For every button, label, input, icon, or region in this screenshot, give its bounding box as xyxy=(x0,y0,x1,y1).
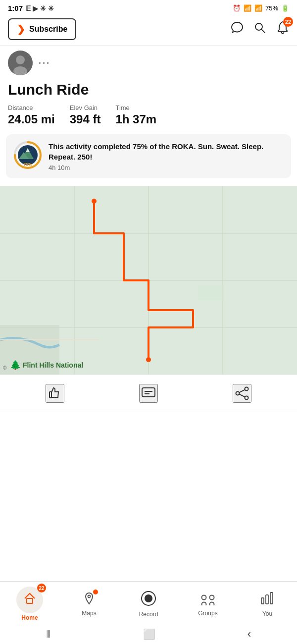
svg-text:75%: 75% xyxy=(23,162,32,167)
svg-point-29 xyxy=(236,392,240,395)
record-icon xyxy=(141,590,156,610)
user-avatar[interactable] xyxy=(8,51,33,75)
chat-icon[interactable] xyxy=(231,21,244,37)
stat-time: Time 1h 37m xyxy=(115,104,156,126)
battery-text: 75% xyxy=(265,4,278,12)
svg-rect-41 xyxy=(261,598,264,604)
svg-point-36 xyxy=(145,594,152,602)
svg-point-23 xyxy=(146,357,151,362)
svg-line-31 xyxy=(240,390,246,393)
challenge-title: This activity completed 75% of the ROKA.… xyxy=(49,141,283,162)
you-label: You xyxy=(262,610,272,617)
wifi-icon: 📶 xyxy=(244,4,251,12)
share-button[interactable] xyxy=(233,384,251,403)
elev-value: 394 ft xyxy=(70,112,101,126)
svg-rect-42 xyxy=(266,595,268,604)
maps-icon xyxy=(82,591,96,609)
svg-point-3 xyxy=(16,55,25,64)
time-label: Time xyxy=(115,104,156,111)
activity-title: Lunch Ride xyxy=(8,81,289,98)
svg-point-30 xyxy=(245,396,248,400)
user-avatar-row: • • • xyxy=(0,46,297,77)
svg-point-38 xyxy=(210,595,214,599)
system-nav: ⦀ ⬜ ‹ xyxy=(0,624,297,644)
map-copyright: © xyxy=(3,365,6,371)
action-bar xyxy=(0,375,297,412)
battery-icon: 🔋 xyxy=(281,4,289,12)
svg-point-28 xyxy=(245,387,248,391)
svg-rect-43 xyxy=(270,592,273,604)
stat-distance: Distance 24.05 mi xyxy=(8,104,55,126)
stats-row: Distance 24.05 mi Elev Gain 394 ft Time … xyxy=(0,104,297,134)
status-right: ⏰ 📶 📶 75% 🔋 xyxy=(233,4,289,12)
subscribe-button[interactable]: ❯ Subscribe xyxy=(8,18,76,40)
home-label: Home xyxy=(21,614,38,621)
notification-bell-icon[interactable]: 22 xyxy=(276,21,289,38)
challenge-info: This activity completed 75% of the ROKA.… xyxy=(49,141,283,171)
svg-line-32 xyxy=(240,394,246,397)
tab-bar: 22 Home Maps Record xyxy=(0,581,297,624)
tab-record[interactable]: Record xyxy=(129,590,168,618)
e-icon: 𝔼 xyxy=(26,4,31,12)
svg-rect-24 xyxy=(50,392,51,398)
elev-label: Elev Gain xyxy=(70,104,101,111)
svg-point-34 xyxy=(88,595,91,597)
strava-chevron-icon: ❯ xyxy=(17,23,25,35)
activity-title-section: Lunch Ride xyxy=(0,77,297,104)
thumbs-up-icon xyxy=(47,385,63,402)
svg-rect-25 xyxy=(142,388,155,397)
back-button[interactable]: ‹ xyxy=(248,628,251,641)
map-label: 🌲 Flint Hills National xyxy=(10,360,83,371)
asterisk-icon1: ✳ xyxy=(40,4,46,12)
tab-you[interactable]: You xyxy=(248,591,287,617)
svg-line-1 xyxy=(262,30,265,33)
tab-maps[interactable]: Maps xyxy=(69,591,109,617)
svg-point-40 xyxy=(210,602,214,605)
record-label: Record xyxy=(139,611,158,618)
youtube-icon: ▶ xyxy=(33,4,38,12)
like-button[interactable] xyxy=(46,384,64,403)
home-badge: 22 xyxy=(37,584,46,592)
groups-icon xyxy=(200,591,216,609)
challenge-time: 4h 10m xyxy=(49,164,283,171)
svg-point-37 xyxy=(202,595,206,599)
status-time: 1:07 𝔼 ▶ ✳ ✳ xyxy=(8,4,54,12)
svg-rect-20 xyxy=(198,285,223,300)
tab-groups[interactable]: Groups xyxy=(188,591,228,617)
challenge-card[interactable]: 75% This activity completed 75% of the R… xyxy=(6,134,291,178)
you-icon xyxy=(260,591,274,609)
header: ❯ Subscribe 22 xyxy=(0,14,297,46)
header-icons: 22 xyxy=(231,21,289,38)
asterisk-icon2: ✳ xyxy=(48,4,54,12)
stat-elevation: Elev Gain 394 ft xyxy=(70,104,101,126)
svg-point-39 xyxy=(202,602,206,605)
status-bar: 1:07 𝔼 ▶ ✳ ✳ ⏰ 📶 📶 75% 🔋 xyxy=(0,0,297,14)
notification-count: 22 xyxy=(283,17,293,27)
search-icon[interactable] xyxy=(253,21,266,37)
home-button[interactable]: ⬜ xyxy=(143,628,155,640)
share-icon xyxy=(234,385,250,402)
challenge-badge: 75% xyxy=(14,141,42,169)
home-icon xyxy=(23,591,37,609)
groups-label: Groups xyxy=(198,610,217,617)
recent-apps-button[interactable]: ⦀ xyxy=(46,628,51,641)
svg-rect-33 xyxy=(27,598,33,603)
distance-value: 24.05 mi xyxy=(8,112,55,126)
time-value: 1h 37m xyxy=(115,112,156,126)
alarm-icon: ⏰ xyxy=(233,4,241,12)
tab-home[interactable]: 22 Home xyxy=(10,587,50,621)
subscribe-label: Subscribe xyxy=(29,25,67,34)
map-container[interactable]: © 🌲 Flint Hills National xyxy=(0,186,297,375)
maps-dot xyxy=(93,590,98,594)
maps-label: Maps xyxy=(82,610,96,617)
signal-icon: 📶 xyxy=(254,4,262,12)
comment-button[interactable] xyxy=(139,384,158,403)
comment-icon xyxy=(140,385,157,402)
svg-point-22 xyxy=(92,199,97,204)
user-info: • • • xyxy=(39,59,49,67)
distance-label: Distance xyxy=(8,104,55,111)
